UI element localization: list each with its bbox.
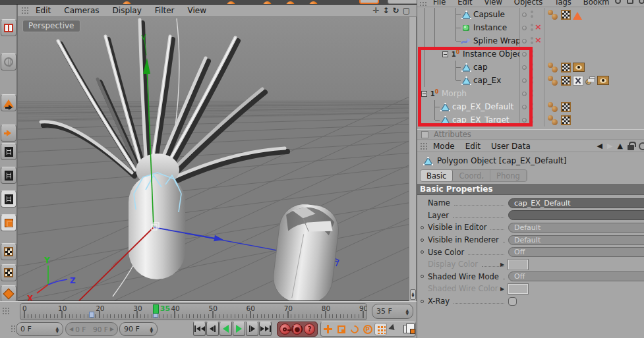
toolbar-button-strip[interactable] [388, 0, 417, 4]
layer-dot-icon[interactable] [522, 78, 527, 83]
visibility-toggles[interactable]: × [519, 21, 544, 34]
model-arrow-mode-button[interactable] [1, 125, 16, 142]
polygon-cube-mode-button[interactable] [1, 285, 16, 302]
goto-start-button[interactable] [193, 322, 206, 336]
drag-handle-icon[interactable] [21, 7, 29, 14]
tab-phong[interactable]: Phong [490, 170, 527, 181]
options-icon[interactable] [639, 0, 644, 4]
range-left-arrow-icon[interactable]: ◀ [69, 326, 73, 332]
anim-dot-icon[interactable] [421, 226, 424, 229]
render-visibility-dot-icon[interactable] [531, 81, 533, 84]
spinner-arrows-icon[interactable]: ▲▼ [55, 326, 59, 333]
tree-row-cap-ex[interactable]: cap_Ex [417, 74, 644, 87]
range-right-arrow-icon[interactable]: ▶ [110, 326, 114, 332]
frame2-mode-button[interactable] [1, 167, 16, 184]
attr-menu-mode[interactable]: Mode [428, 142, 460, 151]
layout-mode-button[interactable] [1, 19, 16, 36]
disabled-x-icon[interactable]: × [535, 22, 542, 32]
visibility-toggles[interactable] [519, 8, 544, 21]
coord-system-button[interactable]: P [361, 323, 374, 335]
layer-dot-icon[interactable] [522, 52, 527, 57]
make-editable-mode-button[interactable] [1, 94, 16, 111]
disabled-x-icon[interactable]: × [535, 35, 542, 45]
spinner-arrows-icon[interactable]: ▲▼ [150, 326, 153, 333]
expander-icon[interactable] [421, 91, 427, 97]
current-frame-field[interactable]: 35 F▲▼ [372, 304, 413, 319]
viewport-menu-cameras[interactable]: Cameras [57, 5, 105, 16]
color-swatch[interactable] [508, 260, 528, 269]
editor-visibility-dot-icon[interactable] [531, 103, 533, 105]
viewport-menu-edit[interactable]: Edit [29, 5, 57, 16]
editor-visibility-dot-icon[interactable] [531, 24, 533, 26]
play-backward-button[interactable] [220, 322, 232, 336]
triangle-tag-icon[interactable] [573, 7, 582, 20]
tab-basic[interactable]: Basic [420, 169, 453, 182]
drag-handle-icon[interactable] [2, 307, 10, 315]
search-icon[interactable] [615, 0, 621, 4]
attr-menu-user-data[interactable]: User Data [486, 142, 536, 151]
range-end-field[interactable]: 90 F▲▼ [119, 322, 158, 336]
keyframe-marker[interactable] [89, 312, 94, 318]
om-menu-bookm[interactable]: Bookm [577, 0, 616, 7]
om-menu-edit[interactable]: Edit [452, 0, 478, 7]
goto-end-button[interactable] [259, 322, 272, 336]
visibility-toggles[interactable] [519, 87, 544, 100]
balls-tag-icon[interactable] [548, 76, 559, 86]
render-visibility-dot-icon[interactable] [531, 55, 533, 57]
move-view-icon[interactable]: ✛ [372, 6, 379, 15]
layer-dot-icon[interactable] [522, 118, 527, 123]
editor-visibility-dot-icon[interactable] [531, 63, 533, 66]
anim-dot-icon[interactable] [421, 250, 424, 254]
viewport-menu-view[interactable]: View [181, 5, 213, 16]
preview-range-slider[interactable]: ◀ 0 F 90 F ▶ [65, 322, 118, 336]
globe-mode-button[interactable] [1, 53, 16, 70]
clipped-link-icon[interactable] [639, 142, 644, 150]
texture-mode-button[interactable] [1, 243, 16, 260]
dropdown[interactable]: Off [508, 271, 644, 281]
balls-tag-icon[interactable] [548, 63, 559, 72]
object-axis-mode-button[interactable] [1, 214, 16, 231]
layer-dot-icon[interactable] [522, 92, 527, 96]
render-visibility-dot-icon[interactable] [531, 15, 533, 18]
checker-tag-icon[interactable] [561, 102, 571, 112]
move-tool-button[interactable] [322, 323, 334, 335]
visibility-toggles[interactable] [519, 113, 544, 127]
layer-dot-icon[interactable] [522, 26, 527, 30]
editor-visibility-dot-icon[interactable] [531, 90, 533, 92]
sound-tool-button[interactable] [388, 323, 400, 335]
tree-row-instance-object[interactable]: 10Instance Object [417, 47, 644, 61]
record-keyframe-button[interactable] [279, 324, 291, 335]
dropdown[interactable]: Off [508, 247, 644, 257]
expander-icon[interactable] [442, 51, 448, 57]
forward-arrow-icon[interactable]: ▶ [607, 142, 612, 150]
tree-row-cap-ex-default[interactable]: cap_EX_Default [417, 100, 644, 113]
tree-row-instance[interactable]: Instance× [417, 21, 644, 34]
render-visibility-dot-icon[interactable] [531, 68, 533, 70]
back-arrow-icon[interactable]: ◀ [597, 142, 602, 150]
layer-dot-icon[interactable] [522, 39, 527, 43]
layer-dot-icon[interactable] [522, 105, 527, 109]
scroll-spinner[interactable]: ▲▼ [410, 289, 416, 300]
tree-row-cap-ex-target[interactable]: cap_EX_Target [417, 113, 644, 127]
anim-dot-icon[interactable] [421, 239, 424, 242]
prev-frame-button[interactable] [206, 322, 219, 336]
om-menu-view[interactable]: View [479, 0, 508, 7]
editor-visibility-dot-icon[interactable] [531, 50, 533, 53]
checker-tag-icon[interactable] [561, 115, 571, 125]
snap-grid-button[interactable] [374, 323, 387, 335]
dropdown[interactable]: Default [508, 235, 644, 245]
range-start-field[interactable]: 0 F▲▼ [16, 322, 63, 336]
drag-handle-icon[interactable] [419, 1, 427, 7]
eye-tag-icon[interactable] [573, 63, 585, 72]
om-menu-objects[interactable]: Objects [508, 0, 548, 7]
visibility-toggles[interactable] [519, 61, 544, 74]
tree-row-capsule[interactable]: Capsule [417, 8, 644, 21]
checker-tag-icon[interactable] [561, 76, 571, 86]
maximize-view-icon[interactable]: ▢ [403, 6, 410, 15]
lock-icon[interactable] [628, 145, 634, 150]
next-frame-button[interactable] [246, 322, 258, 336]
visibility-toggles[interactable]: × [519, 34, 544, 47]
editor-visibility-dot-icon[interactable] [531, 37, 533, 40]
record-autokey-button[interactable]: (●) [291, 324, 303, 335]
eye-tag-icon[interactable] [597, 76, 609, 85]
